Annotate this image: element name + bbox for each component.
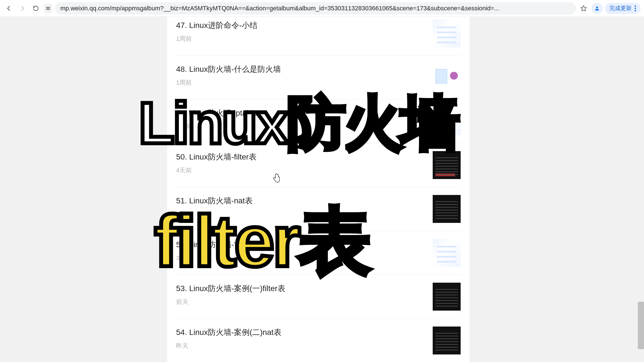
article-text: 51. Linux防火墙-nat表4天前 <box>176 195 433 218</box>
article-item[interactable]: 48. Linux防火墙-什么是防火墙1周前 <box>176 56 461 99</box>
article-thumbnail <box>433 327 461 354</box>
article-item[interactable]: 47. Linux进阶命令-小结1周前 <box>176 17 461 56</box>
article-title: 47. Linux进阶命令-小结 <box>176 20 426 31</box>
article-title: 50. Linux防火墙-filter表 <box>176 151 426 163</box>
svg-point-2 <box>596 6 598 8</box>
article-thumbnail <box>433 20 461 47</box>
article-meta: 前天 <box>176 298 426 306</box>
article-item[interactable]: 54. Linux防火墙-案例(二)nat表昨天 <box>176 319 461 362</box>
scrollbar-track[interactable] <box>638 17 644 362</box>
article-thumbnail <box>433 63 461 91</box>
article-thumbnail <box>433 239 461 267</box>
article-title: 52. Linux防火墙-常用命令 <box>176 239 426 251</box>
article-thumbnail <box>433 195 461 223</box>
article-text: 49. Linux防火墙-iptables55天前 <box>176 107 433 131</box>
bookmark-star-icon[interactable] <box>578 3 589 14</box>
scrollbar-thumb[interactable] <box>638 302 644 349</box>
svg-point-4 <box>635 8 636 9</box>
article-meta: 4天前 <box>176 210 426 218</box>
article-thumbnail <box>433 151 461 179</box>
forward-button[interactable] <box>17 3 28 14</box>
article-item[interactable]: 51. Linux防火墙-nat表4天前 <box>176 187 461 231</box>
url-text: mp.weixin.qq.com/mp/appmsgalbum?__biz=Mz… <box>60 5 499 12</box>
article-text: 54. Linux防火墙-案例(二)nat表昨天 <box>176 327 433 350</box>
article-text: 52. Linux防火墙-常用命令3天前 <box>176 239 433 262</box>
article-meta: 1周前 <box>176 78 426 87</box>
profile-avatar[interactable] <box>591 3 603 14</box>
article-meta: 昨天 <box>176 342 426 350</box>
svg-rect-0 <box>46 7 50 8</box>
page-viewport: 47. Linux进阶命令-小结1周前48. Linux防火墙-什么是防火墙1周… <box>0 17 644 362</box>
article-title: 48. Linux防火墙-什么是防火墙 <box>176 63 426 75</box>
back-button[interactable] <box>3 3 15 14</box>
article-item[interactable]: 53. Linux防火墙-案例(一)filter表前天 <box>176 275 461 319</box>
site-info-icon[interactable] <box>44 4 53 13</box>
article-title: 54. Linux防火墙-案例(二)nat表 <box>176 327 426 338</box>
svg-rect-1 <box>46 9 50 9</box>
reload-button[interactable] <box>30 3 41 14</box>
article-title: 49. Linux防火墙-iptables5 <box>176 107 426 119</box>
article-thumbnail <box>433 283 461 311</box>
article-item[interactable]: 50. Linux防火墙-filter表4天前 <box>176 143 461 187</box>
article-meta: 4天前 <box>176 166 426 175</box>
article-meta: 1周前 <box>176 35 426 43</box>
article-meta: 3天前 <box>176 254 426 262</box>
article-title: 51. Linux防火墙-nat表 <box>176 195 426 207</box>
svg-point-5 <box>635 10 636 11</box>
article-meta: 5天前 <box>176 122 426 131</box>
article-text: 50. Linux防火墙-filter表4天前 <box>176 151 433 175</box>
article-title: 53. Linux防火墙-案例(一)filter表 <box>176 283 426 294</box>
article-text: 48. Linux防火墙-什么是防火墙1周前 <box>176 63 433 87</box>
address-bar[interactable]: mp.weixin.qq.com/mp/appmsgalbum?__biz=Mz… <box>55 2 576 15</box>
article-item[interactable]: 52. Linux防火墙-常用命令3天前 <box>176 231 461 275</box>
browser-toolbar: mp.weixin.qq.com/mp/appmsgalbum?__biz=Mz… <box>0 0 644 17</box>
article-text: 47. Linux进阶命令-小结1周前 <box>176 20 433 43</box>
update-button[interactable]: 完成更新 <box>605 3 641 14</box>
article-text: 53. Linux防火墙-案例(一)filter表前天 <box>176 283 433 306</box>
article-thumbnail <box>433 107 461 135</box>
article-list-container: 47. Linux进阶命令-小结1周前48. Linux防火墙-什么是防火墙1周… <box>167 17 470 362</box>
update-button-label: 完成更新 <box>609 4 632 12</box>
article-item[interactable]: 49. Linux防火墙-iptables55天前 <box>176 99 461 143</box>
svg-point-3 <box>635 5 636 7</box>
